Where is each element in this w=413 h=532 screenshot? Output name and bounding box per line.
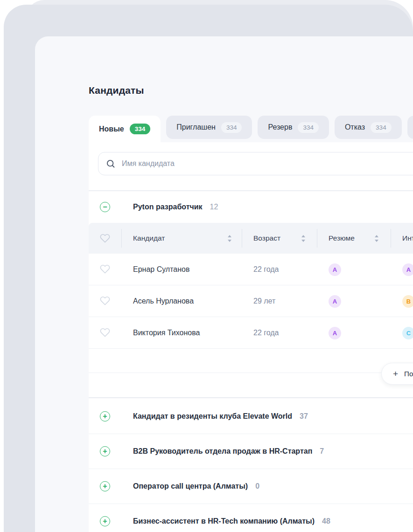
content-card: Кандидаты Новые 334 Приглашен 334 Резерв… (35, 36, 413, 532)
search-box (98, 152, 413, 175)
tab-new-label: Новые (99, 125, 124, 133)
tab-declined[interactable]: Отклонен (407, 116, 413, 139)
column-label: Резюме (329, 234, 355, 242)
heart-icon (100, 327, 110, 338)
page-title: Кандидаты (89, 85, 144, 96)
group-title: Кандидат в резиденты клуба Elevate World… (133, 412, 308, 421)
column-divider (391, 229, 391, 248)
group-count: 0 (255, 482, 259, 491)
tab-reserve[interactable]: Резерв 334 (258, 116, 329, 139)
sort-icon[interactable] (227, 235, 232, 242)
plus-icon: + (393, 369, 398, 378)
tab-bar: Новые 334 Приглашен 334 Резерв 334 Отказ… (89, 116, 413, 142)
group-count: 7 (320, 447, 324, 456)
table-row[interactable]: Виктория Тихонова 22 года A C (89, 317, 413, 349)
table-row[interactable]: Асель Нурланова 29 лет A B (89, 285, 413, 317)
table-header: Кандидат Возраст Резюме Ин (89, 223, 413, 254)
search-icon (106, 159, 115, 168)
collapsed-groups-list: + Кандидат в резиденты клуба Elevate Wor… (89, 399, 413, 532)
favorite-button[interactable] (100, 317, 110, 348)
tab-invited-label: Приглашен (176, 123, 216, 131)
column-header-age[interactable]: Возраст (253, 223, 306, 254)
group-title: B2B Руководитель отдела продаж в HR-Стар… (133, 447, 324, 456)
sort-icon[interactable] (374, 235, 379, 242)
column-header-interview[interactable]: Интервью (402, 223, 413, 254)
tab-new-count-badge: 334 (130, 124, 151, 134)
group-row-b2b-sales-head[interactable]: + B2B Руководитель отдела продаж в HR-Ст… (89, 434, 413, 469)
column-divider (121, 229, 122, 248)
table-spacer-row (89, 349, 413, 373)
plus-circle-icon[interactable]: + (100, 516, 110, 526)
candidate-name: Виктория Тихонова (133, 329, 200, 337)
group-row-elevate-world[interactable]: + Кандидат в резиденты клуба Elevate Wor… (89, 399, 413, 434)
favorite-button[interactable] (100, 254, 110, 284)
candidate-age: 22 года (253, 329, 279, 337)
candidate-name: Асель Нурланова (133, 297, 194, 305)
plus-circle-icon[interactable]: + (100, 481, 110, 491)
table-row[interactable]: Ернар Султанов 22 года A A (89, 254, 413, 285)
group-row-business-assistant[interactable]: + Бизнес-ассистент в HR-Tech компанию (А… (89, 504, 413, 532)
show-more-button[interactable]: + Показать ещё (381, 363, 413, 385)
sort-icon[interactable] (301, 235, 306, 242)
search-input[interactable] (121, 159, 413, 168)
column-label: Возраст (253, 234, 280, 242)
tab-invited[interactable]: Приглашен 334 (166, 116, 252, 139)
favorite-column-header[interactable] (100, 223, 110, 254)
show-more-label: Показать ещё (404, 370, 413, 378)
group-count: 37 (300, 412, 308, 421)
interview-grade-badge: A (402, 263, 413, 276)
group-count: 12 (210, 203, 218, 211)
candidates-screen: Кандидаты Новые 334 Приглашен 334 Резерв… (0, 0, 413, 532)
interview-grade-badge: C (402, 327, 413, 339)
column-header-resume[interactable]: Резюме (329, 223, 379, 254)
column-label: Интервью (402, 234, 413, 242)
favorite-button[interactable] (100, 285, 110, 316)
tab-reserve-label: Резерв (268, 123, 292, 131)
group-count: 48 (322, 517, 330, 525)
column-divider (317, 229, 317, 248)
candidate-name: Ернар Султанов (133, 265, 189, 274)
plus-circle-icon[interactable]: + (100, 446, 110, 456)
heart-icon (100, 264, 110, 274)
minus-circle-icon[interactable]: − (100, 202, 110, 212)
plus-circle-icon[interactable]: + (100, 411, 110, 421)
tab-new[interactable]: Новые 334 (89, 116, 161, 142)
resume-grade-badge: A (329, 295, 341, 308)
column-label: Кандидат (133, 234, 165, 242)
interview-grade-badge: B (402, 295, 413, 308)
heart-icon (100, 233, 110, 243)
resume-grade-badge: A (329, 327, 341, 339)
tab-refusal-count-badge: 334 (371, 122, 392, 133)
group-title: Оператор call центра (Алматы)0 (133, 482, 259, 491)
group-row-call-center-operator[interactable]: + Оператор call центра (Алматы)0 (89, 469, 413, 504)
column-header-candidate[interactable]: Кандидат (133, 223, 232, 254)
tab-reserve-count-badge: 334 (298, 122, 319, 133)
tab-refusal-label: Отказ (345, 123, 365, 131)
tab-content-panel: − Pyton разработчик 12 Кандидат (89, 142, 413, 532)
candidate-age: 22 года (253, 265, 279, 274)
group-header-python-developer[interactable]: − Pyton разработчик 12 (89, 191, 413, 223)
resume-grade-badge: A (329, 263, 341, 276)
candidate-age: 29 лет (253, 297, 275, 305)
heart-icon (100, 296, 110, 306)
tab-invited-count-badge: 334 (221, 122, 242, 133)
group-title: Бизнес-ассистент в HR-Tech компанию (Алм… (133, 517, 330, 525)
section-divider (89, 373, 413, 398)
group-title: Pyton разработчик (133, 203, 203, 211)
column-divider (242, 229, 242, 248)
tab-refusal[interactable]: Отказ 334 (335, 116, 402, 139)
candidates-table: Кандидат Возраст Резюме Ин (89, 223, 413, 349)
